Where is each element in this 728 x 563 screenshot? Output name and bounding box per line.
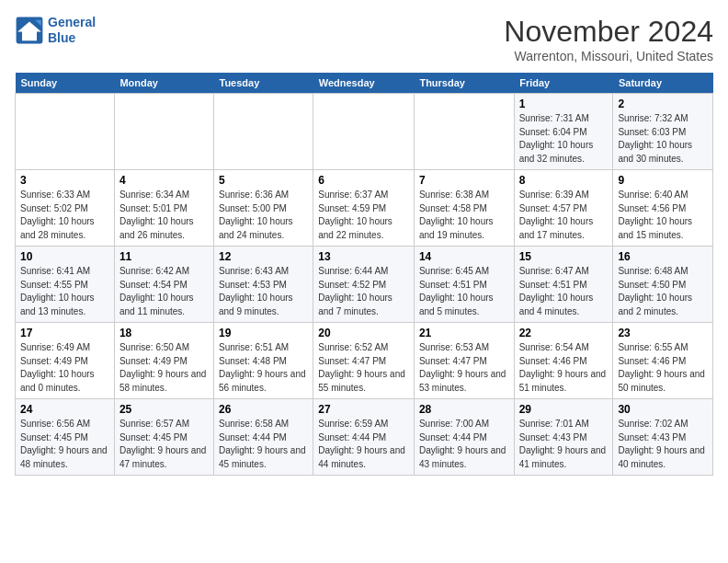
day-info: Sunrise: 6:55 AM Sunset: 4:46 PM Dayligh…: [618, 341, 708, 395]
day-number: 24: [20, 403, 109, 416]
calendar-cell: 4Sunrise: 6:34 AM Sunset: 5:01 PM Daylig…: [114, 170, 213, 247]
calendar-cell: 8Sunrise: 6:39 AM Sunset: 4:57 PM Daylig…: [514, 170, 613, 247]
calendar-cell: 22Sunrise: 6:54 AM Sunset: 4:46 PM Dayli…: [514, 323, 613, 399]
day-number: 22: [519, 327, 609, 339]
calendar-cell: 14Sunrise: 6:45 AM Sunset: 4:51 PM Dayli…: [414, 247, 514, 323]
logo-general: General: [48, 15, 96, 29]
calendar-cell: 13Sunrise: 6:44 AM Sunset: 4:52 PM Dayli…: [313, 247, 415, 323]
day-number: 2: [618, 98, 708, 110]
header-day-sunday: Sunday: [16, 73, 115, 94]
calendar-cell: 20Sunrise: 6:52 AM Sunset: 4:47 PM Dayli…: [313, 323, 415, 399]
day-number: 16: [618, 250, 708, 263]
day-info: Sunrise: 7:01 AM Sunset: 4:43 PM Dayligh…: [519, 418, 609, 471]
day-number: 1: [519, 98, 609, 110]
day-number: 9: [618, 174, 708, 187]
day-number: 20: [318, 327, 409, 339]
day-number: 25: [119, 403, 209, 416]
header-row: SundayMondayTuesdayWednesdayThursdayFrid…: [16, 73, 713, 94]
day-number: 4: [119, 174, 209, 187]
calendar-cell: 2Sunrise: 7:32 AM Sunset: 6:03 PM Daylig…: [613, 94, 713, 170]
calendar-cell: 30Sunrise: 7:02 AM Sunset: 4:43 PM Dayli…: [613, 399, 713, 476]
calendar-cell: 1Sunrise: 7:31 AM Sunset: 6:04 PM Daylig…: [514, 94, 613, 170]
calendar-cell: [214, 94, 313, 170]
day-info: Sunrise: 6:36 AM Sunset: 5:00 PM Dayligh…: [219, 189, 308, 242]
day-info: Sunrise: 6:54 AM Sunset: 4:46 PM Dayligh…: [519, 341, 609, 395]
calendar-cell: 29Sunrise: 7:01 AM Sunset: 4:43 PM Dayli…: [514, 399, 613, 476]
calendar-cell: 7Sunrise: 6:38 AM Sunset: 4:58 PM Daylig…: [414, 170, 514, 247]
calendar-cell: 5Sunrise: 6:36 AM Sunset: 5:00 PM Daylig…: [214, 170, 313, 247]
calendar-cell: 24Sunrise: 6:56 AM Sunset: 4:45 PM Dayli…: [16, 399, 115, 476]
day-info: Sunrise: 6:49 AM Sunset: 4:49 PM Dayligh…: [20, 341, 109, 395]
day-number: 15: [519, 250, 609, 263]
day-number: 6: [318, 174, 409, 187]
day-info: Sunrise: 6:39 AM Sunset: 4:57 PM Dayligh…: [519, 189, 609, 242]
logo-icon: [15, 16, 44, 45]
calendar-cell: 11Sunrise: 6:42 AM Sunset: 4:54 PM Dayli…: [114, 247, 213, 323]
calendar-cell: [313, 94, 415, 170]
day-info: Sunrise: 6:51 AM Sunset: 4:48 PM Dayligh…: [219, 341, 308, 395]
week-row-5: 24Sunrise: 6:56 AM Sunset: 4:45 PM Dayli…: [16, 399, 713, 476]
day-info: Sunrise: 6:38 AM Sunset: 4:58 PM Dayligh…: [419, 189, 509, 242]
calendar-cell: 26Sunrise: 6:58 AM Sunset: 4:44 PM Dayli…: [214, 399, 313, 476]
calendar-cell: 9Sunrise: 6:40 AM Sunset: 4:56 PM Daylig…: [613, 170, 713, 247]
calendar-cell: 18Sunrise: 6:50 AM Sunset: 4:49 PM Dayli…: [114, 323, 213, 399]
day-info: Sunrise: 6:59 AM Sunset: 4:44 PM Dayligh…: [318, 418, 409, 471]
week-row-4: 17Sunrise: 6:49 AM Sunset: 4:49 PM Dayli…: [16, 323, 713, 399]
day-number: 12: [219, 250, 308, 263]
calendar-cell: 16Sunrise: 6:48 AM Sunset: 4:50 PM Dayli…: [613, 247, 713, 323]
header-day-monday: Monday: [114, 73, 213, 94]
header-day-tuesday: Tuesday: [214, 73, 313, 94]
logo-blue: Blue: [48, 30, 75, 45]
calendar-cell: [114, 94, 213, 170]
day-info: Sunrise: 6:37 AM Sunset: 4:59 PM Dayligh…: [318, 189, 409, 242]
calendar-cell: 25Sunrise: 6:57 AM Sunset: 4:45 PM Dayli…: [114, 399, 213, 476]
day-number: 3: [20, 174, 109, 187]
day-number: 23: [618, 327, 708, 339]
week-row-1: 1Sunrise: 7:31 AM Sunset: 6:04 PM Daylig…: [16, 94, 713, 170]
calendar-cell: 17Sunrise: 6:49 AM Sunset: 4:49 PM Dayli…: [16, 323, 115, 399]
day-number: 30: [618, 403, 708, 416]
month-title: November 2024: [504, 15, 713, 49]
logo: General Blue: [15, 15, 96, 46]
day-number: 11: [119, 250, 209, 263]
day-info: Sunrise: 7:31 AM Sunset: 6:04 PM Dayligh…: [519, 112, 609, 166]
day-info: Sunrise: 6:48 AM Sunset: 4:50 PM Dayligh…: [618, 265, 708, 318]
day-number: 28: [419, 403, 509, 416]
day-info: Sunrise: 7:32 AM Sunset: 6:03 PM Dayligh…: [618, 112, 708, 166]
header-day-wednesday: Wednesday: [313, 73, 415, 94]
calendar-cell: 27Sunrise: 6:59 AM Sunset: 4:44 PM Dayli…: [313, 399, 415, 476]
location: Warrenton, Missouri, United States: [504, 49, 713, 63]
day-info: Sunrise: 6:43 AM Sunset: 4:53 PM Dayligh…: [219, 265, 308, 318]
calendar-body: 1Sunrise: 7:31 AM Sunset: 6:04 PM Daylig…: [16, 94, 713, 476]
calendar-cell: 6Sunrise: 6:37 AM Sunset: 4:59 PM Daylig…: [313, 170, 415, 247]
day-info: Sunrise: 6:58 AM Sunset: 4:44 PM Dayligh…: [219, 418, 308, 471]
calendar-cell: 23Sunrise: 6:55 AM Sunset: 4:46 PM Dayli…: [613, 323, 713, 399]
week-row-2: 3Sunrise: 6:33 AM Sunset: 5:02 PM Daylig…: [16, 170, 713, 247]
calendar-cell: [16, 94, 115, 170]
day-info: Sunrise: 7:02 AM Sunset: 4:43 PM Dayligh…: [618, 418, 708, 471]
day-number: 18: [119, 327, 209, 339]
day-info: Sunrise: 6:45 AM Sunset: 4:51 PM Dayligh…: [419, 265, 509, 318]
day-number: 7: [419, 174, 509, 187]
title-block: November 2024 Warrenton, Missouri, Unite…: [504, 15, 713, 63]
day-info: Sunrise: 6:56 AM Sunset: 4:45 PM Dayligh…: [20, 418, 109, 471]
day-info: Sunrise: 6:42 AM Sunset: 4:54 PM Dayligh…: [119, 265, 209, 318]
day-info: Sunrise: 6:47 AM Sunset: 4:51 PM Dayligh…: [519, 265, 609, 318]
calendar-cell: 19Sunrise: 6:51 AM Sunset: 4:48 PM Dayli…: [214, 323, 313, 399]
calendar-cell: [414, 94, 514, 170]
header-day-thursday: Thursday: [414, 73, 514, 94]
day-number: 5: [219, 174, 308, 187]
day-info: Sunrise: 6:33 AM Sunset: 5:02 PM Dayligh…: [20, 189, 109, 242]
day-number: 13: [318, 250, 409, 263]
header-day-friday: Friday: [514, 73, 613, 94]
day-number: 27: [318, 403, 409, 416]
week-row-3: 10Sunrise: 6:41 AM Sunset: 4:55 PM Dayli…: [16, 247, 713, 323]
day-number: 29: [519, 403, 609, 416]
day-number: 14: [419, 250, 509, 263]
calendar-cell: 15Sunrise: 6:47 AM Sunset: 4:51 PM Dayli…: [514, 247, 613, 323]
calendar-cell: 10Sunrise: 6:41 AM Sunset: 4:55 PM Dayli…: [16, 247, 115, 323]
day-info: Sunrise: 6:40 AM Sunset: 4:56 PM Dayligh…: [618, 189, 708, 242]
day-info: Sunrise: 6:34 AM Sunset: 5:01 PM Dayligh…: [119, 189, 209, 242]
calendar-table: SundayMondayTuesdayWednesdayThursdayFrid…: [15, 73, 713, 476]
day-number: 10: [20, 250, 109, 263]
